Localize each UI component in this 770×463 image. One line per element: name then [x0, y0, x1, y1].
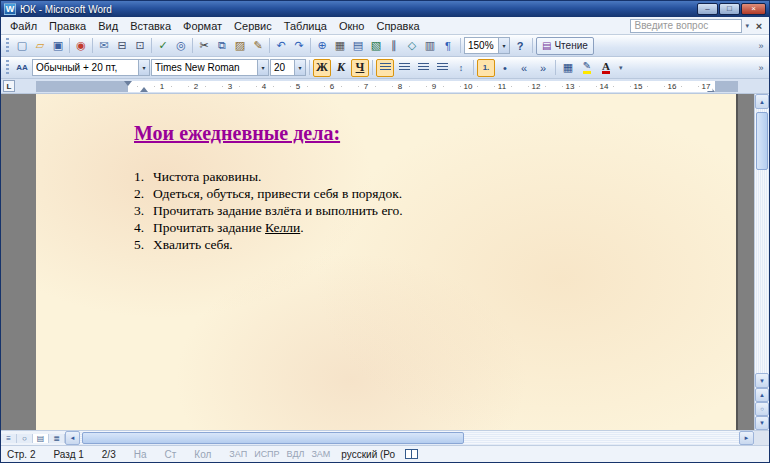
vertical-scrollbar[interactable]: ▲ ▼ ▲ ○ ▼	[754, 94, 769, 430]
tables-borders-icon[interactable]: ▦	[331, 37, 349, 55]
maximize-button[interactable]: □	[719, 3, 740, 15]
styles-and-formatting-icon[interactable]: АА	[13, 59, 31, 77]
document-content[interactable]: Мои ежедневные дела: 1. Чистота раковины…	[134, 122, 403, 254]
cut-icon[interactable]: ✂	[195, 37, 213, 55]
menu-edit[interactable]: Правка	[43, 18, 92, 34]
document-page[interactable]: Мои ежедневные дела: 1. Чистота раковины…	[36, 94, 738, 430]
font-size-select[interactable]: 20 ▾	[270, 59, 306, 76]
list-item[interactable]: 4. Прочитать задание Келли.	[134, 220, 403, 237]
underline-button[interactable]: Ч	[351, 59, 369, 77]
first-line-indent-marker[interactable]	[124, 81, 132, 86]
spelling-icon[interactable]: ✓	[154, 37, 172, 55]
style-select[interactable]: Обычный + 20 пт, ▾	[32, 59, 150, 76]
previous-page-icon[interactable]: ▲	[755, 388, 769, 402]
print-icon[interactable]: ⊟	[113, 37, 131, 55]
toolbar-options-icon[interactable]: »	[755, 63, 767, 73]
list-item[interactable]: 5. Хвалить себя.	[134, 237, 403, 254]
menu-window[interactable]: Окно	[333, 18, 371, 34]
print-preview-icon[interactable]: ⊡	[131, 37, 149, 55]
print-layout-icon[interactable]: ▤	[33, 434, 49, 443]
bold-button[interactable]: Ж	[313, 59, 331, 77]
scroll-left-icon[interactable]: ◄	[65, 431, 80, 445]
drawing-icon[interactable]: ◇	[403, 37, 421, 55]
open-icon[interactable]: ▱	[31, 37, 49, 55]
horizontal-scroll-thumb[interactable]	[82, 432, 464, 444]
redo-icon[interactable]: ↷	[290, 37, 308, 55]
align-left-button[interactable]	[376, 59, 394, 77]
copy-icon[interactable]: ⧉	[213, 37, 231, 55]
scroll-up-icon[interactable]: ▲	[755, 94, 769, 109]
italic-button[interactable]: К	[332, 59, 350, 77]
list-item[interactable]: 3. Прочитать задание взлёта и выполнить …	[134, 203, 403, 220]
decrease-indent-button[interactable]: «	[515, 59, 533, 77]
horizontal-scroll-track[interactable]	[80, 431, 739, 445]
tab-selector-icon[interactable]: L	[3, 80, 15, 92]
select-browse-object-icon[interactable]: ○	[755, 402, 769, 416]
status-flag-ovr[interactable]: ЗАМ	[311, 449, 330, 459]
normal-view-icon[interactable]: ≡	[1, 434, 17, 443]
numbering-button[interactable]: 1.	[477, 59, 495, 77]
align-center-button[interactable]	[395, 59, 413, 77]
align-justify-button[interactable]	[433, 59, 451, 77]
bullets-button[interactable]: •	[496, 59, 514, 77]
new-document-icon[interactable]: ▢	[13, 37, 31, 55]
minimize-button[interactable]: –	[697, 3, 718, 15]
help-icon[interactable]: ?	[511, 37, 529, 55]
question-input[interactable]	[630, 19, 742, 33]
chevron-down-icon[interactable]: ▾	[498, 38, 509, 53]
spelling-status-icon[interactable]	[405, 449, 418, 459]
columns-icon[interactable]: ∥	[385, 37, 403, 55]
status-language[interactable]: русский (Ро	[341, 449, 395, 460]
insert-excel-icon[interactable]: ▧	[367, 37, 385, 55]
list-item[interactable]: 2. Одеться, обуться, привести себя в пор…	[134, 186, 403, 203]
menu-table[interactable]: Таблица	[278, 18, 333, 34]
vertical-scroll-thumb[interactable]	[756, 112, 768, 170]
menu-insert[interactable]: Вставка	[124, 18, 177, 34]
close-document-icon[interactable]: ×	[752, 20, 766, 32]
show-paragraph-icon[interactable]: ¶	[439, 37, 457, 55]
insert-table-icon[interactable]: ▤	[349, 37, 367, 55]
web-layout-icon[interactable]: ○	[17, 434, 33, 443]
ruler-strip[interactable]: 1234567891011121314151617	[36, 81, 738, 92]
align-right-button[interactable]	[414, 59, 432, 77]
scroll-right-icon[interactable]: ►	[739, 431, 754, 445]
menu-format[interactable]: Формат	[177, 18, 228, 34]
toolbar-options-icon[interactable]: »	[755, 41, 767, 51]
status-flag-rec[interactable]: ЗАП	[229, 449, 247, 459]
close-button[interactable]: ×	[741, 3, 766, 15]
permission-icon[interactable]: ◉	[72, 37, 90, 55]
status-flag-trk[interactable]: ИСПР	[254, 449, 279, 459]
status-flag-ext[interactable]: ВДЛ	[287, 449, 305, 459]
hanging-indent-marker[interactable]	[140, 87, 148, 92]
borders-button[interactable]: ▦	[559, 59, 577, 77]
font-color-button[interactable]: А	[597, 59, 615, 77]
toolbar-grip[interactable]	[6, 38, 9, 54]
document-map-icon[interactable]: ▥	[421, 37, 439, 55]
next-page-icon[interactable]: ▼	[755, 416, 769, 430]
vertical-scroll-track[interactable]	[755, 109, 769, 373]
format-painter-icon[interactable]: ✎	[249, 37, 267, 55]
chevron-down-icon[interactable]: ▾	[257, 60, 268, 75]
chevron-down-icon[interactable]: ▾	[294, 60, 305, 75]
line-spacing-button[interactable]: ↕	[452, 59, 470, 77]
increase-indent-button[interactable]: »	[534, 59, 552, 77]
undo-icon[interactable]: ↶	[272, 37, 290, 55]
chevron-down-icon[interactable]: ▾	[138, 60, 149, 75]
zoom-select[interactable]: 150% ▾	[464, 37, 510, 54]
outline-view-icon[interactable]: ≣	[49, 434, 65, 443]
save-icon[interactable]: ▣	[49, 37, 67, 55]
question-dropdown-icon[interactable]: ▾	[742, 22, 752, 30]
font-color-dropdown-icon[interactable]: ▾	[616, 64, 626, 72]
menu-view[interactable]: Вид	[92, 18, 124, 34]
email-icon[interactable]: ✉	[95, 37, 113, 55]
hyperlink-icon[interactable]: ⊕	[313, 37, 331, 55]
menu-file[interactable]: Файл	[4, 18, 43, 34]
menu-tools[interactable]: Сервис	[228, 18, 278, 34]
font-select[interactable]: Times New Roman ▾	[151, 59, 269, 76]
scroll-down-icon[interactable]: ▼	[755, 373, 769, 388]
highlight-button[interactable]: ✎	[578, 59, 596, 77]
list-item[interactable]: 1. Чистота раковины.	[134, 169, 403, 186]
paste-icon[interactable]: ▨	[231, 37, 249, 55]
read-mode-button[interactable]: ▤ Чтение	[536, 37, 594, 55]
research-icon[interactable]: ◎	[172, 37, 190, 55]
